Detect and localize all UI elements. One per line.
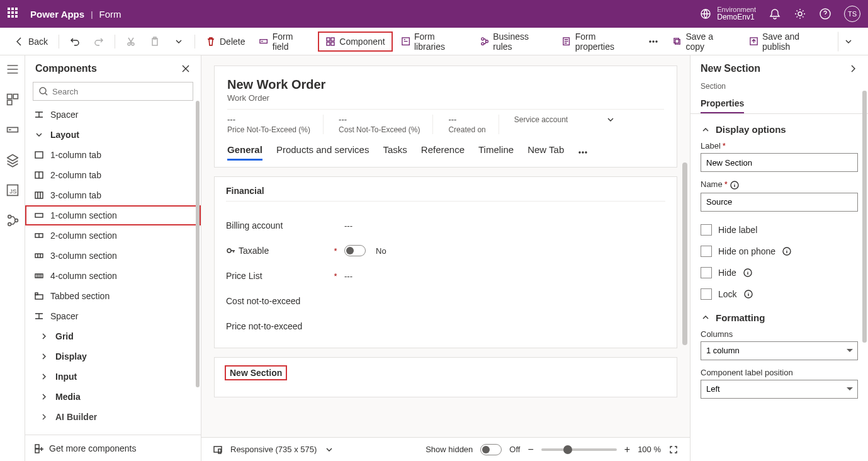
header-field-price-nte[interactable]: ---Price Not-To-Exceed (%) <box>227 115 324 134</box>
left-scrollbar[interactable] <box>196 101 200 387</box>
field-cost-nte[interactable]: Cost not-to-exceed <box>226 288 665 314</box>
toggle-show-hidden[interactable] <box>480 444 502 455</box>
form-libraries-button[interactable]: Form libraries <box>395 31 471 52</box>
environment-switcher[interactable]: Environment DemoEnv1 <box>699 6 756 21</box>
more-commands[interactable] <box>643 31 664 52</box>
tab-reference[interactable]: Reference <box>421 144 465 161</box>
group-layout[interactable]: Layout <box>25 125 201 145</box>
group-input[interactable]: Input <box>25 367 201 387</box>
rail-field[interactable] <box>5 122 20 137</box>
checkbox-lock[interactable]: Lock <box>701 283 858 305</box>
group-display[interactable]: Display <box>25 346 201 367</box>
chevron-down-icon <box>606 115 616 125</box>
right-scrollbar[interactable] <box>862 91 867 343</box>
tab-general[interactable]: General <box>227 144 262 161</box>
paste-button[interactable] <box>144 31 166 52</box>
rail-rules[interactable] <box>5 213 20 228</box>
component-2col-tab[interactable]: 2-column tab <box>25 165 201 185</box>
redo-button[interactable] <box>88 31 110 52</box>
info-icon[interactable] <box>782 246 792 256</box>
undo-button[interactable] <box>64 31 86 52</box>
info-icon[interactable] <box>743 268 753 278</box>
info-icon[interactable] <box>730 180 740 190</box>
input-name[interactable] <box>701 193 858 212</box>
tab-products[interactable]: Products and services <box>276 144 369 161</box>
tab-timeline[interactable]: Timeline <box>478 144 514 161</box>
info-icon[interactable] <box>743 289 753 299</box>
chevron-right-icon[interactable] <box>848 64 858 74</box>
checkbox-hide[interactable]: Hide <box>701 262 858 283</box>
close-icon[interactable] <box>181 64 191 74</box>
fit-icon[interactable] <box>668 445 679 455</box>
get-more-components[interactable]: Get more components <box>25 435 201 461</box>
checkbox-hide-label[interactable]: Hide label <box>701 219 858 241</box>
svg-point-18 <box>653 41 654 42</box>
group-display-options[interactable]: Display options <box>701 124 858 135</box>
select-comp-label-pos[interactable]: Left <box>701 380 858 399</box>
field-price-list[interactable]: Price List*--- <box>226 263 665 288</box>
checkbox-hide-phone[interactable]: Hide on phone <box>701 241 858 262</box>
group-media[interactable]: Media <box>25 387 201 407</box>
group-ai-builder[interactable]: AI Builder <box>25 407 201 427</box>
search-input[interactable] <box>33 82 193 101</box>
svg-rect-49 <box>218 449 221 453</box>
svg-rect-9 <box>331 38 334 41</box>
component-1col-section[interactable]: 1-column section <box>25 205 201 225</box>
field-taxable[interactable]: Taxable*No <box>226 238 665 263</box>
group-formatting[interactable]: Formatting <box>701 312 858 323</box>
field-billing-account[interactable]: Billing account--- <box>226 213 665 238</box>
section-financial[interactable]: Financial Billing account--- Taxable*No … <box>214 176 677 348</box>
rail-components[interactable] <box>5 92 20 107</box>
component-spacer[interactable]: Spacer <box>25 306 201 326</box>
paste-dropdown[interactable] <box>168 31 189 52</box>
rail-hamburger[interactable] <box>5 62 20 77</box>
chevron-down-icon[interactable] <box>324 445 334 455</box>
component-2col-section[interactable]: 2-column section <box>25 225 201 246</box>
component-tabbed-section[interactable]: Tabbed section <box>25 286 201 306</box>
component-button[interactable]: Component <box>318 31 392 52</box>
component-3col-section[interactable]: 3-column section <box>25 246 201 266</box>
component-spacer-top[interactable]: Spacer <box>25 105 201 125</box>
settings-icon[interactable] <box>794 8 806 20</box>
cut-button[interactable] <box>120 31 142 52</box>
responsive-icon[interactable] <box>213 445 223 455</box>
form-field-button[interactable]: Form field <box>253 31 315 52</box>
field-price-nte[interactable]: Price not-to-exceed <box>226 314 665 339</box>
component-3col-tab[interactable]: 3-column tab <box>25 185 201 205</box>
help-icon[interactable] <box>819 8 831 20</box>
save-copy-button[interactable]: Save a copy <box>667 31 737 52</box>
business-rules-button[interactable]: Business rules <box>474 31 553 52</box>
header-field-service-account[interactable]: Service account <box>514 115 628 125</box>
header-field-cost-nte[interactable]: ---Cost Not-To-Exceed (%) <box>339 115 433 134</box>
save-publish-dropdown[interactable] <box>838 31 859 52</box>
save-publish-button[interactable]: Save and publish <box>743 31 831 52</box>
form-properties-button[interactable]: Form properties <box>556 31 640 52</box>
zoom-in-button[interactable]: + <box>624 444 630 455</box>
component-1col-tab[interactable]: 1-column tab <box>25 145 201 165</box>
zoom-slider[interactable] <box>541 448 617 451</box>
header-field-created[interactable]: ---Created on <box>448 115 499 134</box>
input-label[interactable] <box>701 153 858 172</box>
tab-properties[interactable]: Properties <box>701 94 744 113</box>
waffle-icon[interactable] <box>8 8 20 20</box>
section-new[interactable]: New Section <box>214 357 677 397</box>
delete-button[interactable]: Delete <box>200 31 251 52</box>
rail-layers[interactable] <box>5 152 20 168</box>
zoom-out-button[interactable]: − <box>527 444 533 455</box>
notifications-icon[interactable] <box>769 8 781 20</box>
svg-rect-41 <box>35 293 38 295</box>
back-button[interactable]: Back <box>9 31 54 52</box>
page-name: Form <box>99 9 121 20</box>
rail-js[interactable]: JS <box>5 183 20 198</box>
toggle-taxable[interactable] <box>344 245 366 256</box>
group-grid[interactable]: Grid <box>25 326 201 346</box>
tab-new[interactable]: New Tab <box>527 144 564 161</box>
responsive-label[interactable]: Responsive (735 x 575) <box>230 445 317 454</box>
user-avatar[interactable]: TS <box>844 6 860 22</box>
component-4col-section[interactable]: 4-column section <box>25 266 201 286</box>
tab-tasks[interactable]: Tasks <box>383 144 407 161</box>
tabs-overflow-icon[interactable] <box>578 147 588 157</box>
canvas-scrollbar[interactable] <box>682 68 687 423</box>
form-header-card[interactable]: New Work Order Work Order ---Price Not-T… <box>214 65 677 168</box>
select-columns[interactable]: 1 column <box>701 341 858 360</box>
